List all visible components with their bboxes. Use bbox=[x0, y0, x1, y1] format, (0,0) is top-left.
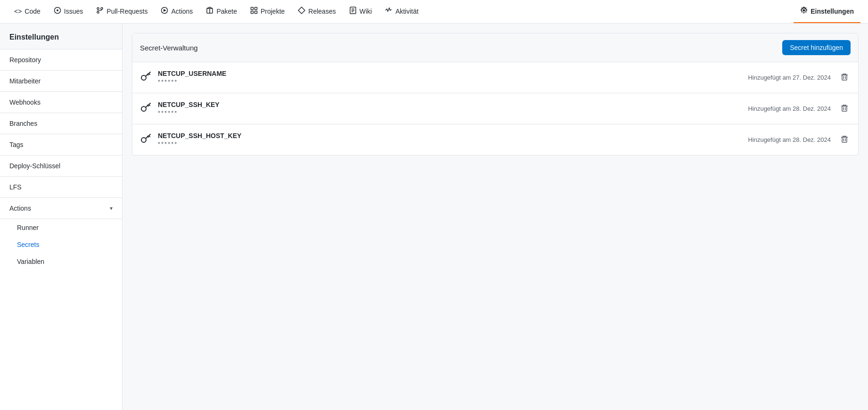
sidebar-item-deploy-schluessel[interactable]: Deploy-Schlüssel bbox=[0, 156, 122, 177]
nav-item-code[interactable]: <> Code bbox=[8, 1, 47, 23]
delete-secret-button[interactable] bbox=[838, 71, 851, 84]
secrets-header: Secret-Verwaltung Secret hinzufügen bbox=[132, 33, 858, 62]
secret-info: NETCUP_USERNAME ****** bbox=[158, 70, 748, 85]
nav-label-releases: Releases bbox=[308, 8, 336, 15]
nav-label-wiki: Wiki bbox=[360, 8, 372, 15]
secrets-panel: Secret-Verwaltung Secret hinzufügen NETC… bbox=[132, 33, 859, 156]
secret-value: ****** bbox=[158, 109, 748, 116]
secret-name: NETCUP_SSH_HOST_KEY bbox=[158, 132, 748, 139]
sidebar: Einstellungen Repository Mitarbeiter Web… bbox=[0, 24, 123, 410]
svg-line-20 bbox=[149, 74, 150, 74]
nav-item-releases[interactable]: Releases bbox=[291, 0, 342, 23]
secret-value: ****** bbox=[158, 78, 748, 85]
svg-rect-13 bbox=[254, 11, 257, 14]
nav-label-code: Code bbox=[25, 8, 40, 15]
page-layout: Einstellungen Repository Mitarbeiter Web… bbox=[0, 24, 868, 410]
sidebar-item-mitarbeiter[interactable]: Mitarbeiter bbox=[0, 71, 122, 92]
sidebar-item-webhooks[interactable]: Webhooks bbox=[0, 92, 122, 113]
sidebar-item-lfs[interactable]: LFS bbox=[0, 177, 122, 198]
svg-rect-36 bbox=[842, 137, 847, 142]
svg-line-34 bbox=[149, 136, 150, 137]
chevron-down-icon: ▾ bbox=[110, 205, 113, 212]
pull-requests-icon bbox=[96, 7, 104, 16]
svg-line-28 bbox=[147, 105, 148, 106]
secret-name: NETCUP_USERNAME bbox=[158, 70, 748, 77]
nav-label-issues: Issues bbox=[64, 8, 83, 15]
secrets-list: NETCUP_USERNAME ****** Hinzugefügt am 27… bbox=[132, 62, 858, 155]
einstellungen-icon bbox=[800, 7, 808, 16]
issues-icon bbox=[54, 7, 61, 16]
nav-label-einstellungen: Einstellungen bbox=[811, 8, 854, 15]
add-secret-button[interactable]: Secret hinzufügen bbox=[782, 40, 851, 55]
sidebar-sub-item-runner[interactable]: Runner bbox=[0, 219, 122, 236]
projekte-icon bbox=[250, 7, 258, 16]
svg-point-4 bbox=[101, 8, 103, 9]
nav-item-pakete[interactable]: Pakete bbox=[199, 0, 244, 23]
nav-label-pull-requests: Pull-Requests bbox=[106, 8, 147, 15]
svg-point-3 bbox=[97, 11, 99, 13]
secret-date: Hinzugefügt am 28. Dez. 2024 bbox=[748, 105, 831, 112]
code-icon: <> bbox=[14, 8, 22, 15]
svg-line-27 bbox=[149, 105, 150, 106]
secret-info: NETCUP_SSH_KEY ****** bbox=[158, 101, 748, 116]
aktivitaet-icon bbox=[385, 7, 393, 16]
svg-marker-7 bbox=[164, 9, 166, 12]
sidebar-item-tags[interactable]: Tags bbox=[0, 134, 122, 156]
secret-date: Hinzugefügt am 28. Dez. 2024 bbox=[748, 136, 831, 143]
nav-item-einstellungen[interactable]: Einstellungen bbox=[794, 0, 860, 23]
secret-row: NETCUP_SSH_KEY ****** Hinzugefügt am 28.… bbox=[132, 93, 858, 124]
svg-line-21 bbox=[147, 74, 148, 75]
secret-date: Hinzugefügt am 27. Dez. 2024 bbox=[748, 74, 831, 81]
sidebar-item-actions[interactable]: Actions ▾ bbox=[0, 198, 122, 219]
svg-point-1 bbox=[57, 9, 58, 11]
sidebar-item-branches[interactable]: Branches bbox=[0, 113, 122, 134]
pakete-icon bbox=[206, 7, 213, 16]
nav-item-issues[interactable]: Issues bbox=[47, 0, 90, 23]
wiki-icon bbox=[349, 7, 357, 16]
key-icon bbox=[140, 102, 151, 116]
releases-icon bbox=[298, 7, 305, 16]
nav-label-actions: Actions bbox=[171, 8, 193, 15]
secret-row: NETCUP_USERNAME ****** Hinzugefügt am 27… bbox=[132, 62, 858, 93]
key-icon bbox=[140, 71, 151, 85]
nav-item-projekte[interactable]: Projekte bbox=[244, 0, 291, 23]
sidebar-sub-item-secrets[interactable]: Secrets bbox=[0, 236, 122, 253]
nav-item-wiki[interactable]: Wiki bbox=[343, 0, 378, 23]
secret-value: ****** bbox=[158, 140, 748, 148]
svg-rect-12 bbox=[251, 11, 253, 14]
secret-info: NETCUP_SSH_HOST_KEY ****** bbox=[158, 132, 748, 148]
nav-item-actions[interactable]: Actions bbox=[154, 0, 199, 23]
svg-rect-22 bbox=[842, 75, 847, 80]
nav-item-pull-requests[interactable]: Pull-Requests bbox=[90, 0, 154, 23]
secret-row: NETCUP_SSH_HOST_KEY ****** Hinzugefügt a… bbox=[132, 124, 858, 155]
delete-secret-button[interactable] bbox=[838, 133, 851, 147]
nav-label-pakete: Pakete bbox=[216, 8, 237, 15]
sidebar-sub-item-variablen[interactable]: Variablen bbox=[0, 253, 122, 270]
secrets-panel-title: Secret-Verwaltung bbox=[140, 44, 198, 52]
top-navigation: <> Code Issues Pull-Requests Actions Pak… bbox=[0, 0, 868, 24]
svg-point-2 bbox=[97, 8, 99, 9]
main-content: Secret-Verwaltung Secret hinzufügen NETC… bbox=[123, 24, 868, 410]
key-icon bbox=[140, 133, 151, 147]
svg-rect-29 bbox=[842, 106, 847, 111]
svg-rect-11 bbox=[254, 8, 257, 10]
svg-line-35 bbox=[147, 136, 148, 137]
nav-label-aktivitaet: Aktivität bbox=[395, 8, 418, 15]
sidebar-title: Einstellungen bbox=[0, 24, 122, 49]
nav-item-aktivitaet[interactable]: Aktivität bbox=[378, 0, 425, 23]
svg-rect-10 bbox=[251, 8, 253, 10]
nav-label-projekte: Projekte bbox=[261, 8, 285, 15]
actions-icon bbox=[161, 7, 168, 16]
sidebar-item-repository[interactable]: Repository bbox=[0, 49, 122, 71]
delete-secret-button[interactable] bbox=[838, 102, 851, 115]
secret-name: NETCUP_SSH_KEY bbox=[158, 101, 748, 108]
